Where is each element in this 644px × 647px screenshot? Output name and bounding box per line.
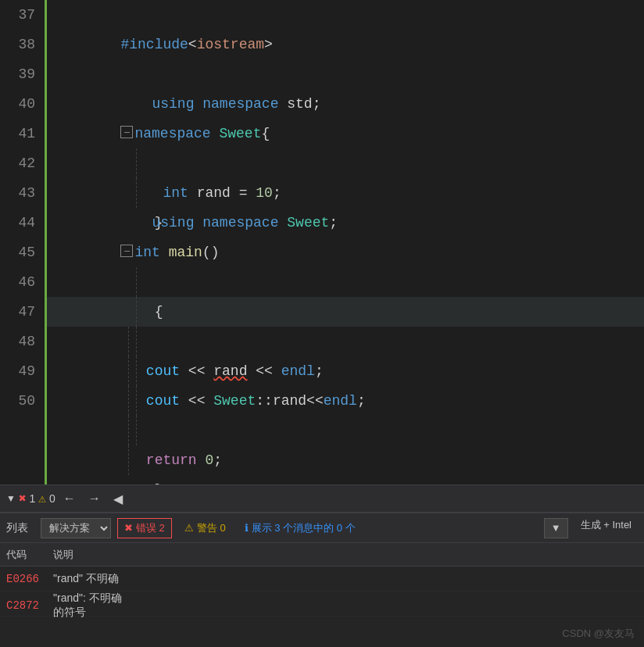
table-row[interactable]: E0266 "rand" 不明确 <box>0 567 644 592</box>
errors-filter-button[interactable]: ✖ 错误 2 <box>117 518 172 538</box>
token-sp1 <box>194 96 202 112</box>
info-filter-icon: ℹ <box>245 522 249 534</box>
token-brace1: { <box>261 126 270 141</box>
csdn-watermark: CSDN @友友马 <box>562 627 635 641</box>
token-endl47: endl <box>324 393 357 409</box>
token-include: #include <box>120 37 188 52</box>
token-return49: return <box>146 452 197 468</box>
indent-g47a <box>136 327 138 356</box>
error-rows: E0266 "rand" 不明确 C2872 "rand": 不明确的符号 <box>0 567 644 647</box>
token-main44: main <box>169 245 202 260</box>
warnings-filter-button[interactable]: ⚠ 警告 0 <box>178 518 232 538</box>
info-filter-label: 展示 3 个消息中的 0 个 <box>252 521 356 535</box>
errors-filter-label: 错误 2 <box>136 521 165 535</box>
token-iostream: iostream <box>197 37 264 52</box>
token-sp44 <box>160 245 169 260</box>
filter-options-button[interactable]: ▼ <box>544 518 568 538</box>
warning-icon: ⚠ <box>38 491 46 506</box>
line-num-37: 37 <box>6 0 35 30</box>
token-sp41: rand = <box>188 185 256 201</box>
error-list-title: 列表 <box>6 521 28 535</box>
error-list-header: 代码 说明 <box>0 543 644 567</box>
error-icon: ✖ <box>19 491 27 506</box>
token-op47a: << <box>180 393 213 409</box>
editor-container: 37 38 39 40 41 42 43 44 45 46 47 48 49 5… <box>0 0 644 647</box>
col-header-desc: 说明 <box>53 548 131 562</box>
error-desc-1: "rand" 不明确 <box>53 572 131 586</box>
bottom-nav-bar: ▼ ✖ 1 ⚠ 0 ← → ◀ <box>0 484 644 513</box>
line-num-48: 48 <box>6 327 35 356</box>
error-list-panel: 列表 解决方案 ✖ 错误 2 ⚠ 警告 0 ℹ 展示 3 个消息中的 0 个 ▼… <box>0 513 644 647</box>
warnings-filter-label: 警告 0 <box>197 521 226 535</box>
indent-g50b <box>128 445 131 475</box>
warning-count: 0 <box>49 492 55 505</box>
token-cout47: cout <box>146 393 180 409</box>
error-filter-icon: ✖ <box>124 522 133 534</box>
token-using2: using <box>152 215 194 231</box>
token-sp3 <box>211 126 220 141</box>
line-num-45: 45 <box>6 238 35 267</box>
code-content[interactable]: #include<iostream> using namespace std; … <box>47 0 644 484</box>
token-lt: < <box>188 37 197 52</box>
token-semi47: ; <box>357 393 366 409</box>
line-num-46: 46 <box>6 267 35 297</box>
token-paren44: () <box>202 245 220 260</box>
line-numbers: 37 38 39 40 41 42 43 44 45 46 47 48 49 5… <box>0 0 47 484</box>
error-code-2: C2872 <box>6 599 53 612</box>
token-using1: using <box>152 96 194 112</box>
token-num41: 10 <box>256 185 273 201</box>
token-semi41: ; <box>273 185 281 201</box>
token-op46a: << <box>180 363 213 379</box>
token-semi43: ; <box>329 215 338 231</box>
build-label: 生成 + Intel <box>574 518 638 538</box>
token-sp2: std; <box>278 96 320 112</box>
indent-g50a <box>136 416 138 445</box>
filter-options-icon: ▼ <box>551 522 561 534</box>
dropdown-arrow[interactable]: ▼ <box>6 493 16 504</box>
token-semi49: ; <box>213 452 222 468</box>
indent-guide-45 <box>136 267 138 297</box>
fold-icon-40[interactable]: − <box>120 126 133 138</box>
table-row[interactable]: C2872 "rand": 不明确的符号 <box>0 592 644 617</box>
indent-g48a <box>136 356 138 386</box>
token-sp49b <box>197 452 206 468</box>
token-op47b: << <box>306 393 324 409</box>
indent-guide-41 <box>136 148 138 178</box>
editor-area[interactable]: 37 38 39 40 41 42 43 44 45 46 47 48 49 5… <box>0 0 644 484</box>
line-num-42: 42 <box>6 148 35 178</box>
info-filter-button[interactable]: ℹ 展示 3 个消息中的 0 个 <box>238 518 362 538</box>
token-gt: > <box>264 37 273 52</box>
token-namespace2: namespace <box>134 126 210 141</box>
nav-forward-button[interactable]: → <box>84 490 106 507</box>
token-semi46: ; <box>315 363 324 379</box>
token-int41: int <box>163 185 188 201</box>
token-sp43b <box>278 215 287 231</box>
token-brace50: } <box>120 482 163 484</box>
token-sweet1: Sweet <box>219 126 261 141</box>
fold-icon-44[interactable]: − <box>120 245 133 257</box>
line-num-38: 38 <box>6 30 35 59</box>
token-endl46: endl <box>281 363 315 379</box>
line-num-41: 41 <box>6 119 35 148</box>
solution-dropdown[interactable]: 解决方案 <box>41 518 111 538</box>
token-int44: int <box>134 245 159 260</box>
token-op46b: << <box>247 363 281 379</box>
nav-collapse-button[interactable]: ◀ <box>109 490 127 508</box>
token-ns43: namespace <box>202 215 278 231</box>
token-scope47: :: <box>256 393 273 409</box>
line-num-44: 44 <box>6 208 35 238</box>
token-zero49: 0 <box>205 452 213 468</box>
error-desc-2: "rand": 不明确的符号 <box>53 592 131 620</box>
token-sweet43: Sweet <box>287 215 329 231</box>
indent-g46a <box>136 297 138 327</box>
nav-back-button[interactable]: ← <box>59 490 80 507</box>
line-num-49: 49 <box>6 356 35 386</box>
code-line-37[interactable]: #include<iostream> <box>47 0 644 30</box>
line-num-40: 40 <box>6 89 35 119</box>
line-num-39: 39 <box>6 59 35 89</box>
code-line-39[interactable]: using namespace std; <box>47 59 644 89</box>
error-count: 1 <box>30 492 36 505</box>
error-code-1: E0266 <box>6 573 53 585</box>
token-rand46: rand <box>213 363 247 379</box>
line-num-43: 43 <box>6 178 35 208</box>
